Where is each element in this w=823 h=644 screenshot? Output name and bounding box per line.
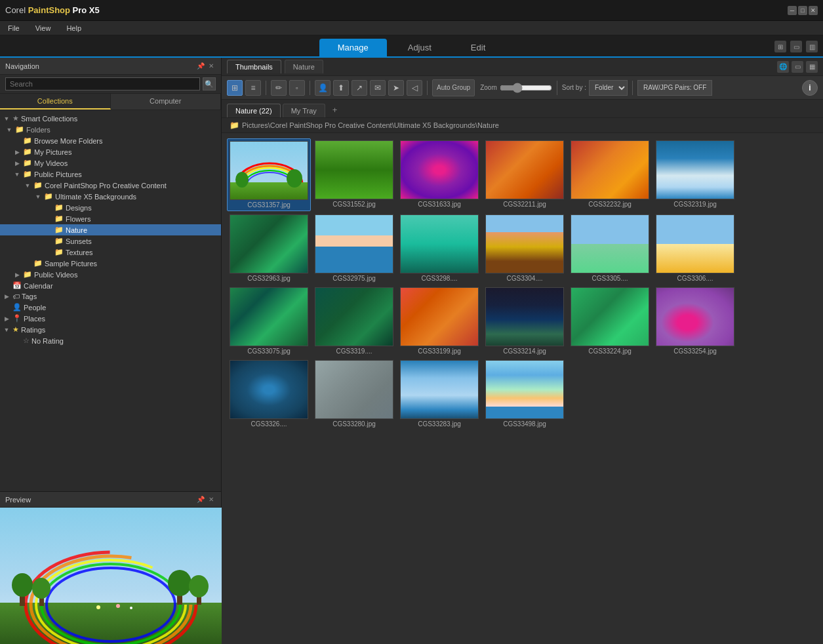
tree-no-rating[interactable]: ☆ No Rating <box>0 335 221 346</box>
tree-tags[interactable]: ▶ 🏷 Tags <box>0 291 221 302</box>
tree-flowers[interactable]: 📁 Flowers <box>0 213 221 224</box>
restore-button[interactable]: □ <box>798 6 807 15</box>
maximize-icon[interactable]: ▭ <box>790 41 802 52</box>
tree-sunsets[interactable]: 📁 Sunsets <box>0 235 221 247</box>
thumbnail-item[interactable]: CGS33283.jpg <box>397 358 481 430</box>
view-grid-icon[interactable]: ▦ <box>806 61 818 73</box>
flag-left-tool[interactable]: ◁ <box>407 80 422 96</box>
toolbar-sep-5 <box>632 81 633 95</box>
menu-help[interactable]: Help <box>64 23 84 33</box>
tree-textures[interactable]: 📁 Textures <box>0 247 221 258</box>
breadcrumb-text: Pictures\Corel PaintShop Pro Creative Co… <box>242 121 499 129</box>
thumbnail-item[interactable]: CGS33199.jpg <box>397 285 481 357</box>
tab-thumbnails[interactable]: Thumbnails <box>227 60 281 73</box>
thumbnail-item[interactable]: CGS32319.jpg <box>653 138 737 211</box>
tree-public-pictures[interactable]: ▼ 📁 Public Pictures <box>0 169 221 180</box>
tree-my-pictures[interactable]: ▶ 📁 My Pictures <box>0 146 221 157</box>
tree-my-videos[interactable]: ▶ 📁 My Videos <box>0 157 221 169</box>
thumbnail-item[interactable]: CGS3304.... <box>483 212 567 284</box>
grid-icon[interactable]: ⊞ <box>774 41 786 52</box>
preview-close[interactable]: ✕ <box>207 496 216 503</box>
view-thumbs-button[interactable]: ⊞ <box>227 80 243 96</box>
nav-pin[interactable]: 📌 <box>195 62 207 70</box>
tab-computer[interactable]: Computer <box>111 94 222 110</box>
svg-point-16 <box>116 604 120 608</box>
menubar: File View Help <box>0 21 823 35</box>
tree-people[interactable]: 👤 People <box>0 302 221 313</box>
thumbnail-label: CGS32975.jpg <box>315 275 393 282</box>
tree-smart-collections[interactable]: ▼ ★ Smart Collections <box>0 113 221 124</box>
thumbnail-item[interactable]: CGS3298.... <box>397 212 481 284</box>
thumbnail-label: CGS33224.jpg <box>571 348 649 355</box>
svg-point-17 <box>130 607 132 609</box>
thumbnail-item[interactable]: CGS32975.jpg <box>312 212 396 284</box>
thumbnail-item[interactable]: CGS3326.... <box>227 358 311 430</box>
erase-tool[interactable]: ◦ <box>289 80 305 96</box>
zoom-slider[interactable] <box>500 83 552 93</box>
tab-nature-22[interactable]: Nature (22) <box>227 104 281 117</box>
panels-icon[interactable]: ▥ <box>806 41 818 52</box>
tree-public-videos[interactable]: ▶ 📁 Public Videos <box>0 269 221 280</box>
preview-pin[interactable]: 📌 <box>195 496 207 503</box>
menu-view[interactable]: View <box>33 23 54 33</box>
right-panel: Thumbnails Nature 🌐 ▭ ▦ ⊞ ≡ ✏ ◦ 👤 ⬆ ↗ ✉ … <box>222 58 823 644</box>
world-icon[interactable]: 🌐 <box>777 61 789 73</box>
thumbnail-item[interactable]: CGS33280.jpg <box>312 358 396 430</box>
tab-my-tray[interactable]: My Tray <box>283 104 325 117</box>
view-single-icon[interactable]: ▭ <box>792 61 803 73</box>
thumbnail-item[interactable]: CGS33254.jpg <box>653 285 737 357</box>
search-input[interactable] <box>5 77 200 91</box>
menu-file[interactable]: File <box>5 23 22 33</box>
tab-adjust[interactable]: Adjust <box>390 39 450 56</box>
thumbnail-item[interactable]: CGS31357.jpg <box>227 138 311 211</box>
search-bar: 🔍 <box>0 75 221 94</box>
brush-tool[interactable]: ✏ <box>271 80 287 96</box>
share-tool[interactable]: ↗ <box>351 80 367 96</box>
sort-dropdown[interactable]: Folder <box>589 80 628 96</box>
tab-manage[interactable]: Manage <box>319 39 387 56</box>
send-tool[interactable]: ➤ <box>388 80 404 96</box>
add-tab-button[interactable]: + <box>327 102 343 117</box>
email-tool[interactable]: ✉ <box>370 80 386 96</box>
thumbnail-item[interactable]: CGS33214.jpg <box>483 285 567 357</box>
nav-close[interactable]: ✕ <box>207 62 216 70</box>
thumbnail-item[interactable]: CGS3305.... <box>568 212 652 284</box>
tree-ratings[interactable]: ▼ ★ Ratings <box>0 324 221 335</box>
thumbnail-item[interactable]: CGS3319.... <box>312 285 396 357</box>
tree-nature[interactable]: 📁 Nature <box>0 224 221 235</box>
tree-folders[interactable]: ▼ 📁 Folders <box>0 124 221 135</box>
upload-tool[interactable]: ⬆ <box>333 80 349 96</box>
search-button[interactable]: 🔍 <box>203 77 216 91</box>
tree-calendar[interactable]: 📅 Calendar <box>0 280 221 291</box>
people-tool[interactable]: 👤 <box>315 80 331 96</box>
tree-designs[interactable]: 📁 Designs <box>0 202 221 213</box>
thumbnail-item[interactable]: CGS32963.jpg <box>227 212 311 284</box>
tab-collections[interactable]: Collections <box>0 94 111 110</box>
thumbnail-item[interactable]: CGS31552.jpg <box>312 138 396 211</box>
info-button[interactable]: i <box>802 80 818 96</box>
tab-nature-view[interactable]: Nature <box>285 60 323 73</box>
tree-browse-more[interactable]: 📁 Browse More Folders <box>0 135 221 146</box>
tree-sample-pictures[interactable]: 📁 Sample Pictures <box>0 258 221 269</box>
tree-places[interactable]: ▶ 📍 Places <box>0 313 221 324</box>
auto-group-button[interactable]: Auto Group <box>432 79 475 96</box>
preview-title: Preview <box>5 496 195 504</box>
thumbnail-label: CGS3326.... <box>230 420 308 428</box>
thumbnail-item[interactable]: CGS32232.jpg <box>568 138 652 211</box>
view-list-button[interactable]: ≡ <box>245 80 261 96</box>
thumbnail-item[interactable]: CGS3306.... <box>653 212 737 284</box>
svg-point-12 <box>168 570 191 596</box>
tree-creative-content[interactable]: ▼ 📁 Corel PaintShop Pro Creative Content <box>0 180 221 191</box>
thumbnail-item[interactable]: CGS33075.jpg <box>227 285 311 357</box>
rawjpg-button[interactable]: RAW/JPG Pairs: OFF <box>637 80 712 96</box>
close-button[interactable]: ✕ <box>809 6 818 15</box>
nav-header: Navigation 📌 ✕ <box>0 58 221 75</box>
thumbnail-item[interactable]: CGS31633.jpg <box>397 138 481 211</box>
tree-ux5-backgrounds[interactable]: ▼ 📁 Ultimate X5 Backgrounds <box>0 191 221 202</box>
thumbnail-label: CGS33283.jpg <box>400 420 479 428</box>
thumbnail-item[interactable]: CGS32211.jpg <box>483 138 567 211</box>
minimize-button[interactable]: ─ <box>788 6 797 15</box>
thumbnail-item[interactable]: CGS33498.jpg <box>483 358 567 430</box>
thumbnail-item[interactable]: CGS33224.jpg <box>568 285 652 357</box>
tab-edit[interactable]: Edit <box>452 39 504 56</box>
